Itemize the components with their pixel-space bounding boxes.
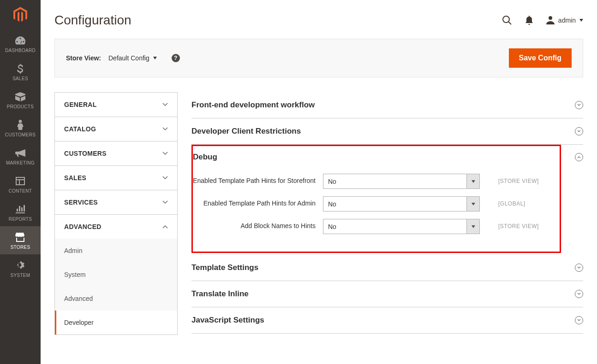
store-view-select[interactable]: Default Config bbox=[108, 54, 157, 62]
nav-label: STORES bbox=[11, 245, 30, 250]
config-nav-label: CUSTOMERS bbox=[64, 150, 107, 157]
field-value: No bbox=[323, 223, 466, 230]
chevron-down-icon bbox=[162, 127, 168, 131]
nav-stores[interactable]: STORES bbox=[0, 226, 41, 254]
dropdown-arrow-icon bbox=[466, 174, 479, 188]
config-nav-sales[interactable]: SALES bbox=[55, 166, 177, 190]
section-debug-header[interactable]: Debug bbox=[193, 153, 560, 170]
config-nav-customers[interactable]: CUSTOMERS bbox=[55, 141, 177, 166]
field-value: No bbox=[323, 200, 466, 208]
field-label: Enabled Template Path Hints for Admin bbox=[193, 196, 323, 207]
admin-user-menu[interactable]: admin bbox=[546, 16, 583, 24]
main-content: Configuration admin Store View: Default … bbox=[41, 0, 597, 364]
nav-reports[interactable]: REPORTS bbox=[0, 198, 41, 226]
person-icon bbox=[15, 119, 26, 130]
caret-down-icon bbox=[579, 19, 583, 22]
dollar-icon bbox=[15, 63, 26, 74]
dropdown-arrow-icon bbox=[466, 219, 479, 234]
nav-marketing[interactable]: MARKETING bbox=[0, 142, 41, 170]
collapse-icon[interactable] bbox=[575, 153, 583, 161]
section-title: Front-end development workflow bbox=[191, 100, 315, 110]
expand-icon bbox=[575, 290, 583, 298]
section-template-settings[interactable]: Template Settings bbox=[191, 255, 583, 281]
nav-system[interactable]: SYSTEM bbox=[0, 254, 41, 282]
section-title: JavaScript Settings bbox=[191, 316, 264, 325]
nav-label: CONTENT bbox=[9, 188, 32, 194]
chevron-up-icon bbox=[162, 225, 168, 229]
field-scope: [GLOBAL] bbox=[480, 196, 525, 207]
nav-customers[interactable]: CUSTOMERS bbox=[0, 114, 41, 142]
section-javascript-settings[interactable]: JavaScript Settings bbox=[191, 307, 583, 334]
field-select[interactable]: No bbox=[323, 196, 480, 211]
header-actions: admin bbox=[502, 15, 583, 25]
nav-label: SALES bbox=[12, 76, 28, 81]
config-toolbar: Store View: Default Config ? Save Config bbox=[54, 39, 583, 77]
box-icon bbox=[15, 91, 26, 102]
section-frontend-workflow[interactable]: Front-end development workflow bbox=[191, 92, 583, 118]
chevron-down-icon bbox=[162, 103, 168, 106]
chevron-down-icon bbox=[162, 176, 168, 180]
config-nav-advanced[interactable]: ADVANCED Admin System Advanced Developer bbox=[55, 215, 177, 335]
field-scope: [STORE VIEW] bbox=[480, 219, 539, 229]
field-value: No bbox=[323, 178, 466, 185]
nav-label: MARKETING bbox=[6, 160, 35, 165]
dropdown-arrow-icon bbox=[466, 197, 479, 211]
nav-products[interactable]: PRODUCTS bbox=[0, 86, 41, 114]
field-template-hints-admin: Enabled Template Path Hints for Admin No… bbox=[193, 193, 560, 215]
nav-label: SYSTEM bbox=[11, 273, 30, 278]
admin-sidebar: DASHBOARD SALES PRODUCTS CUSTOMERS MARKE… bbox=[0, 0, 41, 364]
chevron-down-icon bbox=[162, 200, 168, 204]
caret-down-icon bbox=[153, 57, 157, 59]
section-client-restrictions[interactable]: Developer Client Restrictions bbox=[191, 118, 583, 145]
field-label: Add Block Names to Hints bbox=[193, 219, 323, 229]
nav-label: REPORTS bbox=[9, 217, 32, 222]
nav-content[interactable]: CONTENT bbox=[0, 170, 41, 198]
config-nav-services[interactable]: SERVICES bbox=[55, 190, 177, 215]
config-nav-admin[interactable]: Admin bbox=[55, 239, 177, 263]
section-title: Debug bbox=[193, 153, 217, 162]
svg-point-0 bbox=[503, 16, 509, 23]
nav-sales[interactable]: SALES bbox=[0, 58, 41, 86]
layout-icon bbox=[15, 176, 26, 187]
config-nav-label: CATALOG bbox=[64, 125, 96, 133]
section-title: Template Settings bbox=[191, 263, 258, 272]
field-select[interactable]: No bbox=[323, 174, 480, 189]
nav-label: PRODUCTS bbox=[7, 104, 34, 109]
store-view-value: Default Config bbox=[108, 54, 149, 62]
store-icon bbox=[15, 232, 26, 243]
config-nav-general[interactable]: GENERAL bbox=[55, 93, 177, 117]
chart-icon bbox=[15, 204, 26, 215]
user-icon bbox=[546, 16, 555, 24]
megaphone-icon bbox=[15, 147, 26, 159]
config-nav-developer[interactable]: Developer bbox=[55, 311, 177, 335]
expand-icon bbox=[575, 127, 583, 135]
expand-icon bbox=[575, 316, 583, 324]
section-title: Translate Inline bbox=[191, 289, 249, 299]
gear-icon bbox=[15, 260, 26, 271]
magento-logo[interactable] bbox=[11, 6, 30, 24]
store-view-switcher: Store View: Default Config ? bbox=[66, 54, 180, 62]
page-title: Configuration bbox=[54, 13, 131, 28]
config-nav-catalog[interactable]: CATALOG bbox=[55, 117, 177, 141]
page-header: Configuration admin bbox=[54, 0, 583, 39]
config-nav-system[interactable]: System bbox=[55, 263, 177, 287]
config-nav: GENERAL CATALOG CUSTOMERS SALES SERVICES… bbox=[54, 92, 178, 335]
store-view-label: Store View: bbox=[66, 54, 101, 62]
nav-dashboard[interactable]: DASHBOARD bbox=[0, 29, 41, 58]
field-label: Enabled Template Path Hints for Storefro… bbox=[193, 174, 323, 184]
dashboard-icon bbox=[15, 35, 26, 46]
help-icon[interactable]: ? bbox=[172, 54, 180, 62]
config-nav-advanced-link[interactable]: Advanced bbox=[55, 287, 177, 311]
admin-username: admin bbox=[558, 17, 576, 24]
search-icon[interactable] bbox=[502, 15, 512, 25]
save-config-button[interactable]: Save Config bbox=[509, 48, 572, 68]
notification-bell-icon[interactable] bbox=[525, 16, 533, 25]
section-translate-inline[interactable]: Translate Inline bbox=[191, 281, 583, 307]
nav-label: CUSTOMERS bbox=[5, 132, 36, 137]
field-template-hints-storefront: Enabled Template Path Hints for Storefro… bbox=[193, 170, 560, 193]
field-block-names-hints: Add Block Names to Hints No [STORE VIEW] bbox=[193, 215, 560, 238]
field-select[interactable]: No bbox=[323, 219, 480, 234]
config-nav-label: SALES bbox=[64, 174, 86, 182]
nav-label: DASHBOARD bbox=[5, 48, 36, 53]
config-nav-label: SERVICES bbox=[64, 199, 98, 206]
